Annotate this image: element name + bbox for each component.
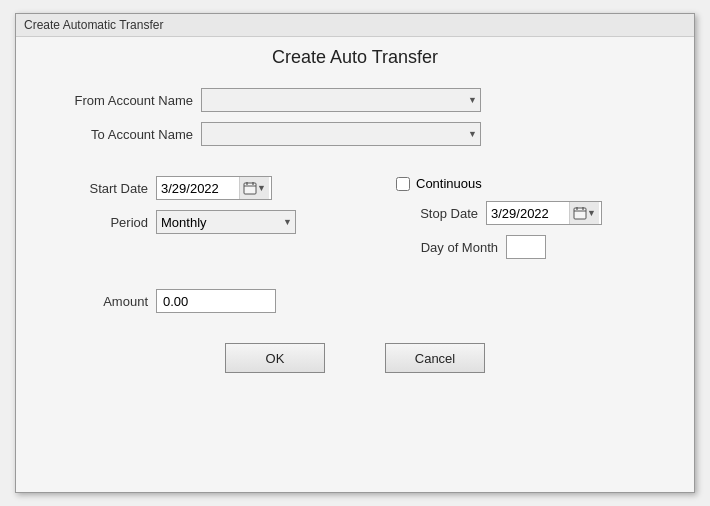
stop-date-dropdown-arrow: ▼ — [587, 208, 596, 218]
right-column: Continuous Stop Date — [396, 176, 654, 259]
title-bar: Create Automatic Transfer — [16, 14, 694, 37]
start-date-input[interactable] — [159, 181, 239, 196]
amount-input[interactable] — [156, 289, 276, 313]
period-label: Period — [56, 215, 156, 230]
svg-rect-0 — [244, 183, 256, 194]
left-column: Start Date ▼ — [56, 176, 396, 259]
cancel-button[interactable]: Cancel — [385, 343, 485, 373]
from-account-select[interactable] — [201, 88, 481, 112]
button-row: OK Cancel — [56, 343, 654, 373]
stop-date-input[interactable] — [489, 206, 569, 221]
stop-date-row: Stop Date ▼ — [396, 201, 654, 225]
continuous-row: Continuous — [396, 176, 654, 191]
start-date-row: Start Date ▼ — [56, 176, 396, 200]
window-title: Create Automatic Transfer — [24, 18, 163, 32]
start-date-calendar-button[interactable]: ▼ — [239, 177, 269, 199]
period-row: Period Monthly Weekly Bi-Weekly Annually — [56, 210, 396, 234]
continuous-checkbox[interactable] — [396, 177, 410, 191]
dialog-title: Create Auto Transfer — [272, 47, 438, 68]
two-col-section: Start Date ▼ — [56, 176, 654, 259]
svg-rect-4 — [574, 208, 586, 219]
day-of-month-row: Day of Month — [396, 235, 654, 259]
to-account-label: To Account Name — [56, 127, 201, 142]
amount-label: Amount — [56, 294, 156, 309]
from-account-label: From Account Name — [56, 93, 201, 108]
start-date-dropdown-arrow: ▼ — [257, 183, 266, 193]
period-select[interactable]: Monthly Weekly Bi-Weekly Annually — [156, 210, 296, 234]
day-of-month-input[interactable] — [506, 235, 546, 259]
main-window: Create Automatic Transfer Create Auto Tr… — [15, 13, 695, 493]
start-date-label: Start Date — [56, 181, 156, 196]
from-account-row: From Account Name — [56, 88, 654, 112]
stop-date-label: Stop Date — [396, 206, 486, 221]
start-date-wrapper: ▼ — [156, 176, 272, 200]
continuous-label: Continuous — [416, 176, 482, 191]
stop-date-wrapper: ▼ — [486, 201, 602, 225]
to-account-select-wrapper — [201, 122, 481, 146]
to-account-select[interactable] — [201, 122, 481, 146]
from-account-select-wrapper — [201, 88, 481, 112]
ok-button[interactable]: OK — [225, 343, 325, 373]
day-of-month-label: Day of Month — [396, 240, 506, 255]
period-select-wrapper: Monthly Weekly Bi-Weekly Annually — [156, 210, 296, 234]
to-account-row: To Account Name — [56, 122, 654, 146]
amount-row: Amount — [56, 289, 654, 313]
stop-date-calendar-button[interactable]: ▼ — [569, 202, 599, 224]
